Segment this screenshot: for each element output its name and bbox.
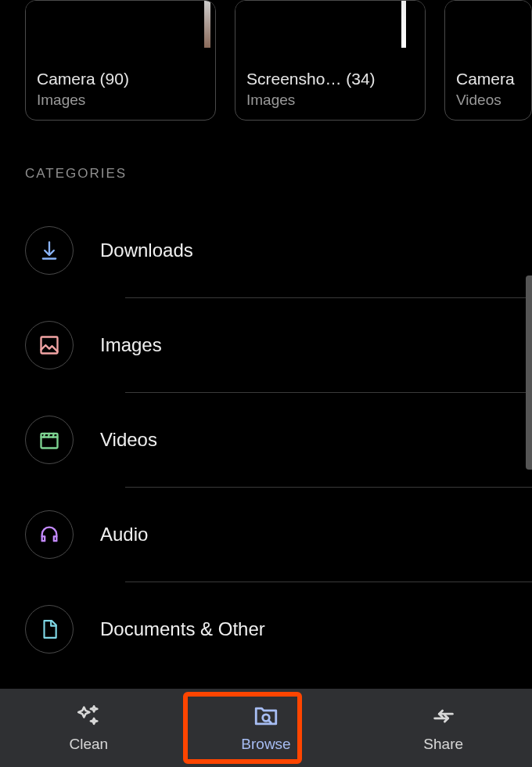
- nav-label: Browse: [241, 736, 290, 753]
- document-icon: [25, 605, 74, 654]
- folder-count: (90): [100, 70, 129, 88]
- svg-rect-0: [41, 337, 58, 354]
- sparkle-icon: [75, 703, 102, 733]
- nav-clean[interactable]: Clean: [0, 689, 178, 767]
- bottom-nav: Clean Browse Share: [0, 689, 532, 767]
- category-label: Audio: [100, 524, 148, 546]
- folder-count: (34): [346, 70, 375, 88]
- audio-icon: [25, 510, 74, 559]
- image-icon: [25, 321, 74, 369]
- folder-card-camera-videos[interactable]: Camera Videos: [444, 0, 532, 121]
- folder-subtitle: Videos: [456, 92, 520, 109]
- browse-icon: [253, 703, 279, 733]
- folder-cards-row[interactable]: Camera (90) Images Screensho… (34) Image…: [0, 0, 532, 121]
- category-list: Downloads Images Videos Audio: [0, 203, 532, 676]
- folder-thumbnail: [445, 1, 531, 65]
- folder-title: Screensho…: [246, 70, 341, 88]
- folder-card-camera-images[interactable]: Camera (90) Images: [25, 0, 216, 121]
- nav-label: Share: [423, 736, 463, 753]
- nav-label: Clean: [70, 736, 109, 753]
- download-icon: [25, 226, 74, 275]
- category-images[interactable]: Images: [25, 298, 532, 392]
- category-downloads[interactable]: Downloads: [25, 203, 532, 297]
- main-scroll[interactable]: Camera (90) Images Screensho… (34) Image…: [0, 0, 532, 689]
- nav-browse[interactable]: Browse: [178, 689, 355, 767]
- folder-thumbnail: [235, 1, 425, 65]
- categories-heading: CATEGORIES: [0, 121, 532, 203]
- category-label: Images: [100, 334, 162, 356]
- category-audio[interactable]: Audio: [25, 488, 532, 582]
- video-icon: [25, 416, 74, 464]
- category-label: Downloads: [100, 239, 193, 261]
- folder-subtitle: Images: [246, 92, 414, 109]
- folder-subtitle: Images: [37, 92, 204, 109]
- folder-title: Camera: [456, 70, 515, 88]
- category-label: Documents & Other: [100, 618, 265, 640]
- folder-title: Camera: [37, 70, 95, 88]
- scrollbar-thumb[interactable]: [526, 275, 532, 470]
- folder-card-screenshots[interactable]: Screensho… (34) Images: [235, 0, 426, 121]
- share-icon: [430, 703, 457, 733]
- category-documents[interactable]: Documents & Other: [25, 582, 532, 676]
- nav-share[interactable]: Share: [354, 689, 532, 767]
- category-label: Videos: [100, 429, 157, 451]
- folder-thumbnail: [26, 1, 215, 65]
- category-videos[interactable]: Videos: [25, 393, 532, 487]
